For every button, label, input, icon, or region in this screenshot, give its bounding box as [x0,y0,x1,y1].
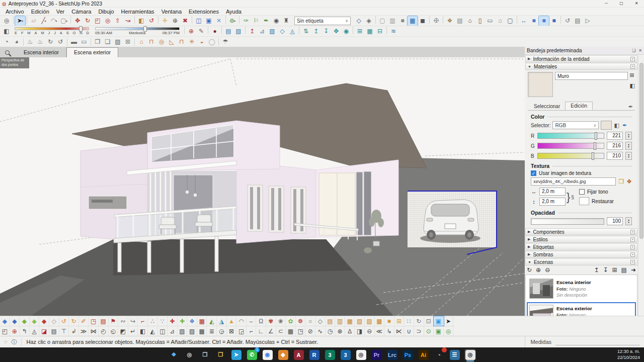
scene-tool-icon[interactable]: ➜ [631,266,636,274]
plugin-icon[interactable]: ◆ [20,316,30,326]
plugin-icon[interactable]: ◴ [99,326,109,336]
channel-thumb[interactable] [595,132,597,140]
plugin-icon[interactable]: ◵ [109,326,119,336]
toolbar-icon[interactable]: ▾ [225,16,226,24]
toolbar-icon[interactable]: ▧ [113,37,123,47]
toolbar-icon[interactable]: ↺▾ [562,16,573,26]
plugin-icon[interactable]: ⊗ [335,326,345,336]
plugin-icon[interactable]: ∿ [315,326,326,336]
toolbar-icon[interactable]: ▾ [443,16,443,24]
toolbar-icon[interactable]: ✕▾ [214,16,224,26]
plugin-icon[interactable]: ◎ [444,326,454,336]
toolbar-icon[interactable]: ✑▾ [241,16,251,26]
plugin-icon[interactable]: ◫ [158,326,168,336]
toolbar-icon[interactable]: ✖▾ [180,16,190,26]
plugin-icon[interactable]: ≪ [375,326,385,336]
toolbar-icon[interactable]: ▭▾ [485,16,495,26]
panel-close-icon[interactable]: × [630,260,635,264]
status-icon[interactable]: ◌ [4,338,8,346]
toolbar-icon[interactable]: ❐ [93,37,103,47]
plugin-icon[interactable]: ➤ [444,316,454,326]
plugin-icon[interactable]: ↲ [69,326,79,336]
fix-tone-checkbox[interactable] [579,189,585,195]
toolbar-icon[interactable]: ▤▾ [573,16,583,26]
tray-header-icon[interactable]: ✕ [638,48,642,53]
panel-close-icon[interactable]: × [630,230,635,234]
toolbar-icon[interactable] [245,27,246,34]
toolbar-icon[interactable] [208,27,208,34]
toolbar-icon[interactable] [221,27,222,34]
toolbar-icon[interactable]: ↻ [45,37,55,47]
plugin-icon[interactable]: Ω [256,316,266,326]
toolbar-icon[interactable]: ⌂▾ [495,16,505,26]
plugin-icon[interactable]: ▧ [355,316,365,326]
plugin-icon[interactable]: ∷ [404,316,414,326]
color-picker-icon[interactable]: ✒ [622,122,627,129]
plugin-icon[interactable]: ≫ [79,326,89,336]
toolbar-icon[interactable]: ↻▾ [83,16,93,26]
taskbar-app-icon[interactable]: Ps [402,349,414,360]
plugin-icon[interactable]: ⋉ [394,326,405,336]
toolbar-icon[interactable] [218,38,219,46]
plugin-icon[interactable]: ◆ [30,316,40,326]
plugin-icon[interactable]: ❀ [276,316,286,326]
taskbar-app-icon[interactable]: Lrc [386,349,398,360]
tray-panel-bar[interactable]: ▶ Componentes × [525,228,637,235]
plugin-icon[interactable]: ◪ [39,326,49,336]
toolbar-icon[interactable]: ▾ [13,16,14,24]
toolbar-icon[interactable]: ⇧▾ [113,16,123,26]
taskbar-clock[interactable]: 12:30 a. m. 22/10/2024 [617,349,640,360]
caption-button-icon[interactable]: ─ [599,0,614,7]
spinner-icons[interactable]: ▲▼ [625,217,632,225]
plugin-icon[interactable]: ∪ [404,326,414,336]
toolbar-icon[interactable]: ◉▾ [271,16,281,26]
menu-item[interactable]: Dibujo [95,9,117,15]
tab-edit[interactable]: Edición [565,102,593,110]
material-action-icon[interactable]: ◧ [630,82,635,89]
toolbar-icon[interactable]: ⊕ [186,27,196,36]
tray-panel-bar[interactable]: ▶ Sombras × [525,251,637,258]
spinner-icons[interactable]: ▲▼ [625,142,632,150]
tag-filter-dropdown[interactable]: Sin etiqueta ∨ [294,17,351,25]
scene-tool-icon[interactable]: ⊖ [545,266,550,274]
toolbar-icon[interactable]: ■▾ [539,16,549,26]
toolbar-icon[interactable]: ◎▾ [103,16,113,26]
toolbar-icon[interactable]: ⇅ [301,27,311,36]
toolbar-icon[interactable]: ◇ [277,27,287,36]
menu-item[interactable]: Ver [53,9,68,15]
toolbar-icon[interactable] [91,38,91,46]
opacity-value[interactable]: 100 [607,217,623,225]
plugin-icon[interactable]: ◷ [326,326,336,336]
plugin-icon[interactable]: ⊂ [276,326,286,336]
plugin-icon[interactable]: ◇ [49,316,59,326]
panel-materials[interactable]: ▼ Materiales × [525,63,637,70]
opacity-slider[interactable] [531,218,604,225]
plugin-icon[interactable]: ◆ [0,316,10,326]
plugin-icon[interactable]: ✐ [79,316,89,326]
plugin-icon[interactable]: ∆ [345,326,355,336]
toolbar-icon[interactable]: ✠▾ [431,16,441,26]
taskbar-app-icon[interactable]: 3 [324,349,336,360]
toolbar-icon[interactable]: ↺▾ [146,16,156,26]
toolbar-icon[interactable]: ▯▾ [475,16,485,26]
plugin-icon[interactable]: ◠ [236,316,247,326]
eyedropper-icon[interactable]: ✒ [628,104,635,110]
toolbar-icon[interactable]: ✎ [196,27,206,36]
plugin-icon[interactable]: ∠ [266,326,276,336]
texture-height-field[interactable]: 2,0 m [539,198,566,206]
panel-entity-info[interactable]: ▶ Información de la entidad × [525,55,637,62]
toolbar-icon[interactable]: ◬ [287,27,297,36]
toolbar-icon[interactable]: ◎▾ [2,16,12,26]
shadow-date-slider[interactable]: EFMAMJJASOND [15,27,89,35]
toolbar-icon[interactable]: ↥ [247,27,257,36]
toolbar-icon[interactable]: ♜▾ [281,16,291,26]
plugin-icon[interactable]: ✾ [266,316,276,326]
menu-item[interactable]: Extensiones [185,9,222,15]
toolbar-icon[interactable]: ♨ [25,37,35,47]
caption-button-icon[interactable]: ✕ [629,0,644,7]
plugin-icon[interactable]: ∾ [118,316,128,326]
toolbar-icon[interactable]: ▾ [134,16,135,24]
toolbar-icon[interactable]: ⌂ [136,37,146,47]
time-slider-thumb[interactable] [143,26,147,32]
panel-close-icon[interactable]: × [630,237,635,242]
